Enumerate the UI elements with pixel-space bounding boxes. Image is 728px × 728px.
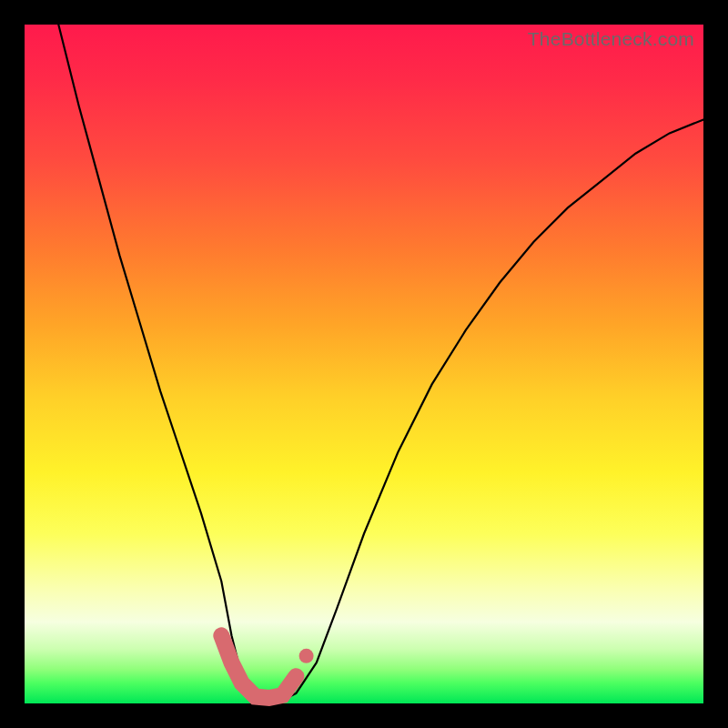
chart-plot-area: TheBottleneck.com xyxy=(25,25,703,703)
chart-svg xyxy=(25,25,703,703)
curve-line xyxy=(58,25,703,700)
chart-frame: TheBottleneck.com xyxy=(0,0,728,728)
highlight-dot xyxy=(299,649,314,663)
valley-highlight xyxy=(221,635,296,698)
